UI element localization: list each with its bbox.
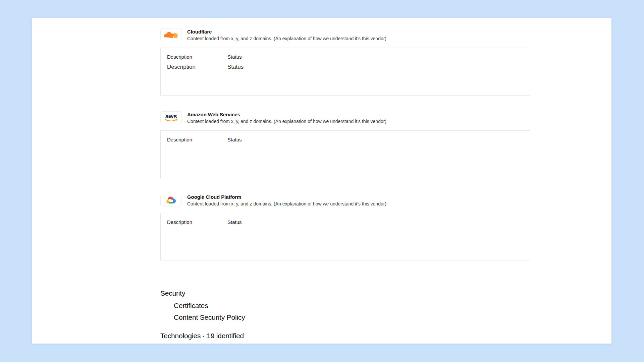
vendor-section-aws: aws Amazon Web Services Content loaded f…	[160, 111, 530, 178]
vendor-text: Cloudflare Content loaded from x, y, and…	[187, 28, 386, 41]
report-card: Cloudflare Content loaded from x, y, and…	[32, 18, 611, 344]
table-col-status: Status	[227, 137, 523, 143]
table-header-row: Description Status	[167, 137, 523, 143]
aws-logo-text: aws	[165, 114, 177, 119]
report-content: Cloudflare Content loaded from x, y, and…	[32, 18, 530, 340]
vendor-name: Cloudflare	[187, 29, 386, 35]
table-col-status: Status	[227, 54, 523, 60]
table-row: Description Status	[167, 64, 523, 70]
vendor-name: Amazon Web Services	[187, 112, 386, 117]
table-header-row: Description Status	[167, 54, 523, 60]
security-item-certificates: Certificates	[174, 301, 530, 310]
table-col-description: Description	[167, 137, 227, 143]
vendor-header: aws Amazon Web Services Content loaded f…	[160, 111, 530, 124]
vendor-name: Google Cloud Platform	[187, 194, 386, 200]
vendor-text: Amazon Web Services Content loaded from …	[187, 111, 386, 124]
vendor-description: Content loaded from x, y, and z domains.…	[187, 201, 386, 206]
vendor-description: Content loaded from x, y, and z domains.…	[187, 36, 386, 41]
gcp-logo-icon	[160, 194, 182, 206]
table-header-row: Description Status	[167, 219, 523, 225]
vendor-text: Google Cloud Platform Content loaded fro…	[187, 194, 386, 206]
table-col-description: Description	[167, 54, 227, 60]
vendor-table: Description Status	[160, 130, 530, 178]
table-col-description: Description	[167, 219, 227, 225]
table-cell-status: Status	[227, 64, 523, 70]
vendor-header: Google Cloud Platform Content loaded fro…	[160, 194, 530, 206]
aws-logo-icon: aws	[160, 111, 182, 124]
vendor-table: Description Status	[160, 213, 530, 260]
technologies-heading: Technologies · 19 identified	[160, 331, 530, 340]
vendor-header: Cloudflare Content loaded from x, y, and…	[160, 28, 530, 41]
table-cell-description: Description	[167, 64, 227, 70]
table-col-status: Status	[227, 219, 523, 225]
cloudflare-logo-icon	[160, 28, 182, 41]
vendor-section-cloudflare: Cloudflare Content loaded from x, y, and…	[160, 28, 530, 96]
vendor-section-gcp: Google Cloud Platform Content loaded fro…	[160, 194, 530, 260]
vendor-description: Content loaded from x, y, and z domains.…	[187, 119, 386, 124]
vendor-table: Description Status Description Status	[160, 48, 530, 96]
security-heading: Security	[160, 289, 530, 298]
security-item-content-security-policy: Content Security Policy	[174, 313, 530, 322]
